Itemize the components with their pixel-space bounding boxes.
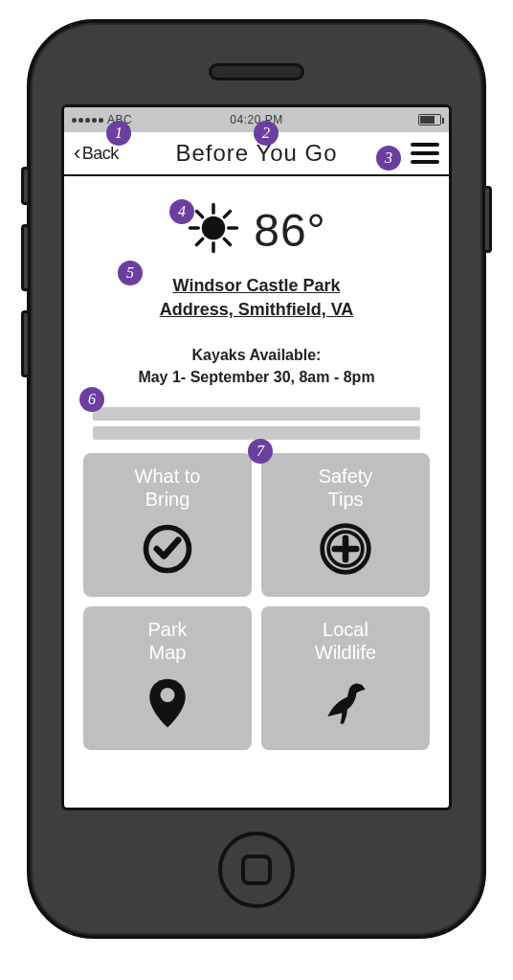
availability-detail: May 1- September 30, 8am - 8pm xyxy=(83,367,430,388)
back-label: Back xyxy=(82,144,119,164)
screen: ABC 04:20 PM ‹ Back Before You Go xyxy=(61,104,452,810)
card-safety-tips[interactable]: Safety Tips xyxy=(261,453,430,597)
carrier-label: ABC xyxy=(107,113,132,126)
plus-circle-icon xyxy=(317,520,374,578)
svg-line-5 xyxy=(197,212,203,217)
card-label: Park Map xyxy=(147,618,187,664)
side-button xyxy=(21,224,31,291)
phone-frame: ABC 04:20 PM ‹ Back Before You Go xyxy=(27,19,486,939)
svg-point-0 xyxy=(202,217,226,240)
nav-bar: ‹ Back Before You Go xyxy=(64,132,449,176)
phone-speaker xyxy=(209,63,304,80)
availability-block: Kayaks Available: May 1- September 30, 8… xyxy=(83,345,430,388)
signal-icon xyxy=(72,118,103,123)
side-button xyxy=(482,186,492,253)
svg-line-7 xyxy=(197,239,203,244)
availability-heading: Kayaks Available: xyxy=(83,345,430,366)
location-name: Windsor Castle Park xyxy=(83,274,430,298)
sun-icon xyxy=(187,201,240,259)
card-label: Safety Tips xyxy=(319,465,373,511)
placeholder-text xyxy=(83,407,430,440)
card-grid: What to Bring Safety Tips xyxy=(83,453,430,750)
svg-line-8 xyxy=(225,212,231,217)
side-button xyxy=(21,167,31,205)
clock: 04:20 PM xyxy=(230,113,282,126)
check-circle-icon xyxy=(139,520,196,578)
status-left: ABC xyxy=(72,113,132,126)
status-bar: ABC 04:20 PM xyxy=(64,107,449,132)
back-button[interactable]: ‹ Back xyxy=(74,141,119,166)
weather-widget: 86° xyxy=(83,201,430,259)
menu-button[interactable] xyxy=(411,143,439,164)
page-title: Before You Go xyxy=(175,140,337,167)
card-what-to-bring[interactable]: What to Bring xyxy=(83,453,252,597)
home-button[interactable] xyxy=(218,832,295,908)
location-address: Address, Smithfield, VA xyxy=(83,298,430,322)
location-link[interactable]: Windsor Castle Park Address, Smithfield,… xyxy=(83,274,430,322)
svg-line-6 xyxy=(225,239,231,244)
temperature: 86° xyxy=(254,204,326,257)
card-label: What to Bring xyxy=(135,465,201,511)
map-pin-icon xyxy=(139,673,196,731)
card-label: Local Wildlife xyxy=(315,618,376,664)
side-button xyxy=(21,310,31,377)
card-park-map[interactable]: Park Map xyxy=(83,606,252,750)
bird-icon xyxy=(317,673,374,731)
battery-icon xyxy=(418,114,441,125)
svg-point-14 xyxy=(161,688,175,702)
content-area: 86° Windsor Castle Park Address, Smithfi… xyxy=(64,176,449,808)
chevron-left-icon: ‹ xyxy=(74,141,80,166)
card-local-wildlife[interactable]: Local Wildlife xyxy=(261,606,430,750)
